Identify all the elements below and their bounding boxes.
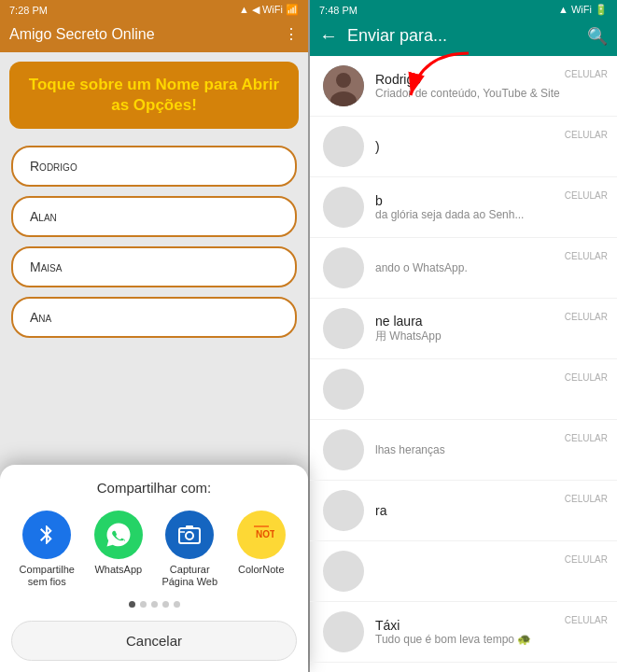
dot-4 <box>162 601 169 608</box>
capture-label: Capturar Página Web <box>158 564 221 588</box>
cancel-button[interactable]: Cancelar <box>11 621 297 661</box>
contact-sub-7: lhas heranças <box>375 443 604 456</box>
avatar-placeholder-5 <box>323 308 364 349</box>
contact-name-2: ) <box>375 139 604 154</box>
dot-3 <box>151 601 158 608</box>
avatar-placeholder-7 <box>323 429 364 470</box>
colornote-icon: NOTE <box>237 511 286 559</box>
contact-type-2: CELULAR <box>565 130 608 140</box>
contact-item-5[interactable]: ne laura 用 WhatsApp CELULAR <box>310 299 617 359</box>
share-app-bluetooth[interactable]: Compartilhe sem fios <box>15 511 78 588</box>
share-dialog: Compartilhar com: Compartilhe sem fios <box>0 465 308 672</box>
contact-info-7: lhas heranças <box>375 443 604 456</box>
status-bar-right: 7:48 PM ▲ WiFi 🔋 <box>310 0 617 20</box>
contact-type-4: CELULAR <box>565 251 608 261</box>
svg-point-2 <box>186 532 193 539</box>
red-arrow-right <box>366 49 478 100</box>
colornote-label: ColorNote <box>238 564 285 576</box>
avatar-placeholder-9 <box>323 551 364 592</box>
contact-item-7[interactable]: lhas heranças CELULAR <box>310 420 617 481</box>
orange-banner: Toque sobre um Nome para Abrir as Opções… <box>9 62 299 129</box>
contact-type-9: CELULAR <box>565 554 608 565</box>
capture-icon <box>165 511 214 559</box>
contact-item-8[interactable]: ra CELULAR <box>310 481 617 541</box>
contact-item-3[interactable]: b da glória seja dada ao Senh... CELULAR <box>310 177 617 238</box>
contact-info-2: ) <box>375 139 604 154</box>
contact-item-9[interactable]: CELULAR <box>310 541 617 602</box>
name-item-maisa[interactable]: Maisa <box>11 246 297 287</box>
avatar-placeholder-6 <box>323 369 364 410</box>
contact-sub-5: 用 WhatsApp <box>375 329 604 344</box>
contact-type-8: CELULAR <box>565 494 608 504</box>
avatar-placeholder-8 <box>323 490 364 531</box>
status-bar-left: 7:28 PM ▲ ◀ WiFi 📶 <box>0 0 308 20</box>
contact-type-taxi: CELULAR <box>565 615 608 625</box>
contact-item-6[interactable]: CELULAR <box>310 359 617 420</box>
dot-5 <box>174 601 180 608</box>
status-icons-right: ▲ WiFi 🔋 <box>558 4 608 16</box>
contact-type-7: CELULAR <box>565 433 608 443</box>
share-app-colornote[interactable]: NOTE ColorNote <box>230 511 293 576</box>
app-title: Amigo Secreto Online <box>9 26 155 43</box>
avatar-rodrigo <box>323 65 364 106</box>
whatsapp-icon <box>94 511 143 559</box>
contact-info-8: ra <box>375 503 604 518</box>
page-dots <box>11 601 297 608</box>
contact-list: Rodrigo Criador de conteúdo, YouTube & S… <box>310 56 617 672</box>
whatsapp-label: WhatsApp <box>94 564 142 576</box>
svg-rect-3 <box>186 525 193 528</box>
share-title: Compartilhar com: <box>11 480 297 496</box>
contact-sub-3: da glória seja dada ao Senh... <box>375 208 604 221</box>
screen-title: Enviar para... <box>347 26 447 46</box>
bluetooth-label: Compartilhe sem fios <box>15 564 78 588</box>
contact-sub-taxi: Tudo que é bom leva tempo 🐢 <box>375 633 604 646</box>
contact-name-8: ra <box>375 503 604 518</box>
status-icons-left: ▲ ◀ WiFi 📶 <box>239 4 299 16</box>
svg-rect-6 <box>254 525 269 527</box>
contact-type-5: CELULAR <box>565 312 608 322</box>
contact-sub-4: ando o WhatsApp. <box>375 261 604 274</box>
avatar-placeholder-taxi <box>323 611 364 652</box>
dot-1 <box>129 601 135 608</box>
search-icon[interactable]: 🔍 <box>587 26 608 47</box>
svg-point-10 <box>336 73 351 88</box>
banner-text: Toque sobre um Nome para Abrir as Opções… <box>29 76 279 114</box>
contact-type-3: CELULAR <box>565 190 608 201</box>
top-bar-left: Amigo Secreto Online ⋮ <box>0 20 308 52</box>
menu-icon[interactable]: ⋮ <box>284 25 299 43</box>
name-item-alan[interactable]: Alan <box>11 196 297 237</box>
time-right: 7:48 PM <box>319 5 358 16</box>
share-app-capture[interactable]: Capturar Página Web <box>158 511 221 588</box>
right-panel: 7:48 PM ▲ WiFi 🔋 ← Enviar para... 🔍 <box>310 0 617 672</box>
name-item-ana[interactable]: Ana <box>11 297 297 338</box>
contact-type-6: CELULAR <box>565 372 608 383</box>
name-item-rodrigo[interactable]: Rodrigo <box>11 146 297 187</box>
time-left: 7:28 PM <box>9 5 48 16</box>
bluetooth-icon <box>22 511 71 559</box>
avatar-placeholder-3 <box>323 187 364 228</box>
dot-2 <box>140 601 147 608</box>
back-button[interactable]: ← <box>319 25 338 47</box>
contact-item-4[interactable]: ando o WhatsApp. CELULAR <box>310 238 617 299</box>
contact-item-taxi[interactable]: Táxi Tudo que é bom leva tempo 🐢 CELULAR <box>310 602 617 663</box>
svg-text:NOTE: NOTE <box>256 529 274 539</box>
contact-item-2[interactable]: ) CELULAR <box>310 117 617 177</box>
svg-rect-1 <box>179 528 200 543</box>
left-panel: 7:28 PM ▲ ◀ WiFi 📶 Amigo Secreto Online … <box>0 0 308 672</box>
share-apps: Compartilhe sem fios WhatsApp <box>11 511 297 588</box>
contact-type-rodrigo: CELULAR <box>565 69 608 79</box>
top-bar-group: ← Enviar para... <box>319 25 447 47</box>
avatar-placeholder-4 <box>323 247 364 288</box>
contact-info-4: ando o WhatsApp. <box>375 261 604 274</box>
avatar-placeholder-2 <box>323 126 364 167</box>
share-app-whatsapp[interactable]: WhatsApp <box>87 511 150 576</box>
